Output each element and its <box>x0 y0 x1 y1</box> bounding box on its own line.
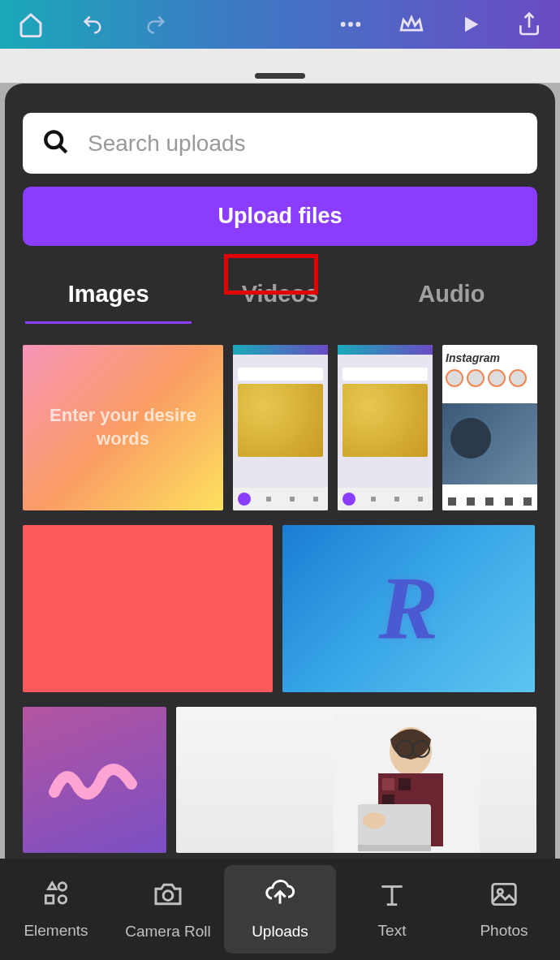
tab-images[interactable]: Images <box>23 265 194 322</box>
upload-thumbnail[interactable] <box>23 707 166 853</box>
nav-text[interactable]: Text <box>336 859 448 960</box>
upload-thumbnail[interactable] <box>338 345 433 510</box>
svg-rect-19 <box>493 884 516 904</box>
thumbnail-brand: Instagram <box>446 351 534 368</box>
svg-point-1 <box>348 22 353 27</box>
nav-uploads[interactable]: Uploads <box>224 865 336 954</box>
thumbnail-letter: R <box>379 557 438 661</box>
tab-audio[interactable]: Audio <box>366 265 537 322</box>
svg-point-2 <box>355 22 360 27</box>
photo-icon <box>489 879 519 914</box>
uploads-panel: Upload files Images Videos Audio Enter y… <box>5 84 555 960</box>
search-icon <box>42 128 70 159</box>
svg-point-17 <box>58 896 67 904</box>
bottom-nav: Elements Camera Roll Uploads Text Photos <box>0 859 560 960</box>
media-tabs: Images Videos Audio <box>23 265 537 322</box>
cloud-upload-icon <box>264 878 296 915</box>
upload-files-button[interactable]: Upload files <box>23 187 537 246</box>
svg-point-3 <box>45 131 62 148</box>
search-input[interactable] <box>88 131 518 157</box>
search-box[interactable] <box>23 113 537 174</box>
text-icon <box>377 879 407 914</box>
home-icon[interactable] <box>18 11 44 37</box>
nav-camera-roll[interactable]: Camera Roll <box>112 859 224 960</box>
svg-point-18 <box>163 891 173 901</box>
svg-point-14 <box>363 812 386 829</box>
camera-icon <box>152 878 184 915</box>
more-icon[interactable] <box>338 11 364 37</box>
drag-handle[interactable] <box>255 73 305 79</box>
svg-point-0 <box>341 22 346 27</box>
play-icon[interactable] <box>459 13 482 36</box>
upload-thumbnail[interactable] <box>233 345 328 510</box>
undo-icon[interactable] <box>78 13 107 36</box>
nav-label: Camera Roll <box>125 923 211 941</box>
redo-icon[interactable] <box>141 13 170 36</box>
share-icon[interactable] <box>516 11 542 37</box>
nav-label: Elements <box>24 922 88 940</box>
top-bar <box>0 0 560 49</box>
nav-label: Uploads <box>252 923 308 941</box>
svg-rect-9 <box>382 778 394 790</box>
upload-thumbnail[interactable]: Instagram <box>442 345 537 510</box>
thumbnail-text: Enter your desire words <box>23 404 223 450</box>
svg-rect-16 <box>45 896 54 904</box>
tab-videos[interactable]: Videos <box>194 265 365 322</box>
svg-rect-13 <box>358 845 431 851</box>
upload-thumbnail[interactable]: R <box>282 525 535 692</box>
shapes-icon <box>41 879 71 914</box>
nav-label: Text <box>378 922 407 940</box>
nav-label: Photos <box>480 922 528 940</box>
nav-photos[interactable]: Photos <box>448 859 560 960</box>
nav-elements[interactable]: Elements <box>0 859 112 960</box>
upload-thumbnail[interactable] <box>176 707 536 853</box>
svg-point-15 <box>58 883 67 891</box>
upload-thumbnail[interactable]: Enter your desire words <box>23 345 223 510</box>
svg-rect-10 <box>398 778 411 790</box>
crown-icon[interactable] <box>398 11 425 38</box>
upload-thumbnail[interactable] <box>23 525 273 692</box>
